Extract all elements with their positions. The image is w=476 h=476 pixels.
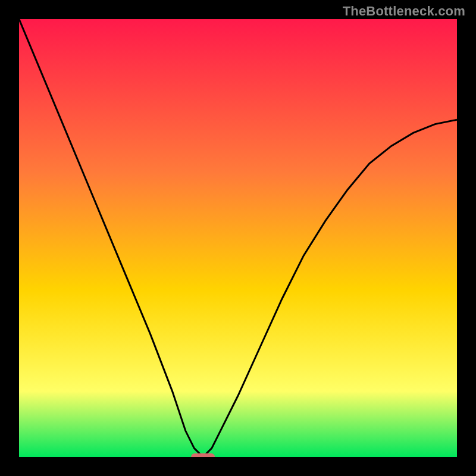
chart-plot-area (19, 19, 457, 457)
chart-background (19, 19, 457, 457)
watermark-text: TheBottleneck.com (343, 4, 465, 19)
minimum-marker (191, 453, 215, 457)
chart-svg (19, 19, 457, 457)
